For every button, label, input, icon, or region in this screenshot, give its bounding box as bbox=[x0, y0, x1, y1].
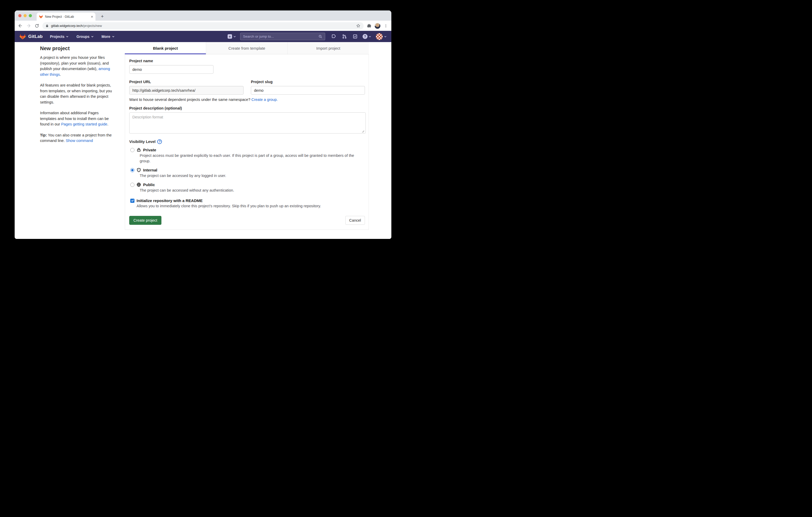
project-slug-label: Project slug bbox=[251, 80, 365, 84]
nav-menu-projects[interactable]: Projects bbox=[50, 34, 68, 39]
extensions-puzzle-icon[interactable] bbox=[366, 23, 372, 29]
gitlab-navbar: GitLab Projects Groups More + Search or … bbox=[14, 31, 392, 42]
sidebar-paragraph-2: All features are enabled for blank proje… bbox=[40, 83, 115, 105]
browser-tab[interactable]: New Project · GitLab × bbox=[37, 12, 95, 21]
readme-section: Initialize repository with a README Allo… bbox=[129, 199, 365, 208]
gitlab-logo[interactable]: GitLab bbox=[19, 33, 42, 40]
page-title: New project bbox=[40, 45, 115, 52]
new-item-dropdown[interactable]: + bbox=[228, 34, 236, 39]
browser-window: New Project · GitLab × + gitlab.widgetco… bbox=[14, 10, 392, 239]
create-a-group-link[interactable]: Create a group. bbox=[252, 97, 278, 102]
tab-create-from-template[interactable]: Create from template bbox=[206, 42, 287, 54]
lock-secure-icon bbox=[46, 24, 49, 27]
user-menu[interactable] bbox=[376, 33, 387, 40]
tab-close-icon[interactable]: × bbox=[91, 14, 93, 19]
project-url-field[interactable] bbox=[129, 86, 243, 95]
url-host: gitlab.widgetcorp.tech bbox=[51, 24, 83, 28]
project-slug-field[interactable] bbox=[251, 86, 365, 95]
sidebar-paragraph-3: Information about additional Pages templ… bbox=[40, 110, 115, 127]
project-description-label: Project description (optional) bbox=[129, 106, 365, 110]
zoom-window-button[interactable] bbox=[29, 14, 32, 17]
gitlab-tanuki-icon bbox=[19, 33, 26, 40]
project-name-field[interactable] bbox=[129, 65, 213, 74]
merge-requests-icon[interactable] bbox=[341, 33, 347, 40]
user-avatar bbox=[376, 33, 383, 40]
public-option-description: The project can be accessed without any … bbox=[140, 188, 365, 193]
sidebar-tip: Tip: You can also create a project from … bbox=[40, 132, 115, 144]
sidebar-paragraph-1: A project is where you house your files … bbox=[40, 55, 115, 78]
readme-checkbox[interactable] bbox=[130, 199, 135, 203]
create-project-button[interactable]: Create project bbox=[129, 216, 162, 225]
blank-project-form: Project name Project URL Project slug Wa… bbox=[125, 54, 369, 230]
new-project-panel: Blank project Create from template Impor… bbox=[125, 42, 369, 230]
resize-grip-icon[interactable] bbox=[362, 130, 364, 132]
chevron-down-icon bbox=[233, 35, 236, 38]
nav-menu-label: More bbox=[102, 34, 110, 39]
project-name-label: Project name bbox=[129, 59, 365, 63]
shield-icon bbox=[137, 168, 141, 172]
nav-menu-more[interactable]: More bbox=[102, 34, 114, 39]
tab-title: New Project · GitLab bbox=[45, 15, 89, 19]
chevron-down-icon bbox=[384, 35, 387, 38]
nav-menu-groups[interactable]: Groups bbox=[77, 34, 94, 39]
project-description-field[interactable] bbox=[129, 112, 366, 133]
private-option-description: Project access must be granted explicitl… bbox=[140, 153, 365, 164]
window-controls bbox=[18, 14, 32, 17]
visibility-level-label: Visibility Level bbox=[129, 140, 155, 144]
address-bar[interactable]: gitlab.widgetcorp.tech/projects/new bbox=[42, 22, 364, 30]
reload-button[interactable] bbox=[34, 23, 40, 29]
gitlab-brand-name: GitLab bbox=[28, 34, 42, 39]
chevron-down-icon bbox=[91, 35, 94, 38]
readme-description: Allows you to immediately clone this pro… bbox=[137, 204, 365, 208]
page-sidebar: New project A project is where you house… bbox=[40, 45, 115, 149]
chevron-down-icon bbox=[66, 35, 68, 38]
new-tab-button[interactable]: + bbox=[99, 13, 106, 20]
internal-radio[interactable] bbox=[130, 168, 135, 172]
lock-icon bbox=[137, 148, 141, 152]
tab-blank-project[interactable]: Blank project bbox=[125, 42, 206, 54]
chevron-down-icon bbox=[112, 35, 115, 38]
browser-menu-dots-icon[interactable] bbox=[383, 23, 389, 29]
internal-option-description: The project can be accessed by any logge… bbox=[140, 173, 365, 179]
private-radio[interactable] bbox=[130, 148, 135, 152]
screenshot-stage: New Project · GitLab × + gitlab.widgetco… bbox=[0, 0, 406, 258]
search-icon bbox=[318, 34, 322, 38]
close-window-button[interactable] bbox=[18, 14, 22, 17]
project-type-tabs: Blank project Create from template Impor… bbox=[125, 42, 369, 54]
url-text: gitlab.widgetcorp.tech/projects/new bbox=[51, 24, 102, 28]
visibility-option-private: Private Project access must be granted e… bbox=[129, 148, 365, 164]
readme-label[interactable]: Initialize repository with a README bbox=[137, 199, 203, 203]
visibility-option-internal: Internal The project can be accessed by … bbox=[129, 168, 365, 179]
new-project-page: New project A project is where you house… bbox=[14, 42, 392, 239]
show-command-link[interactable]: Show command bbox=[66, 139, 93, 143]
browser-profile-avatar[interactable] bbox=[375, 23, 380, 29]
browser-toolbar: gitlab.widgetcorp.tech/projects/new bbox=[14, 21, 392, 31]
project-url-label: Project URL bbox=[129, 80, 243, 84]
help-menu[interactable]: ? bbox=[362, 34, 371, 39]
form-actions: Create project Cancel bbox=[129, 216, 365, 225]
bookmark-star-icon[interactable] bbox=[356, 24, 360, 28]
back-button[interactable] bbox=[17, 23, 23, 29]
minimize-window-button[interactable] bbox=[24, 14, 27, 17]
help-icon: ? bbox=[362, 34, 368, 39]
todos-icon[interactable] bbox=[352, 33, 358, 40]
visibility-option-public: Public The project can be accessed witho… bbox=[129, 182, 365, 193]
search-input[interactable]: Search or jump to... bbox=[240, 33, 325, 40]
public-radio[interactable] bbox=[130, 183, 135, 187]
issues-icon[interactable] bbox=[330, 33, 337, 40]
internal-option-label[interactable]: Internal bbox=[143, 168, 157, 172]
nav-menu-label: Groups bbox=[77, 34, 89, 39]
check-icon bbox=[131, 199, 134, 202]
pages-guide-link[interactable]: Pages getting started guide bbox=[61, 122, 108, 126]
private-option-label[interactable]: Private bbox=[143, 148, 156, 152]
plus-icon: + bbox=[228, 34, 232, 39]
browser-titlebar: New Project · GitLab × + bbox=[14, 10, 392, 21]
cancel-button[interactable]: Cancel bbox=[345, 216, 365, 225]
forward-button[interactable] bbox=[26, 23, 31, 29]
tab-import-project[interactable]: Import project bbox=[288, 42, 369, 54]
gitlab-favicon-icon bbox=[39, 14, 43, 19]
visibility-help-icon[interactable]: ? bbox=[157, 139, 162, 144]
tip-label: Tip: bbox=[40, 133, 47, 137]
public-option-label[interactable]: Public bbox=[143, 182, 155, 187]
url-path: /projects/new bbox=[83, 24, 102, 28]
